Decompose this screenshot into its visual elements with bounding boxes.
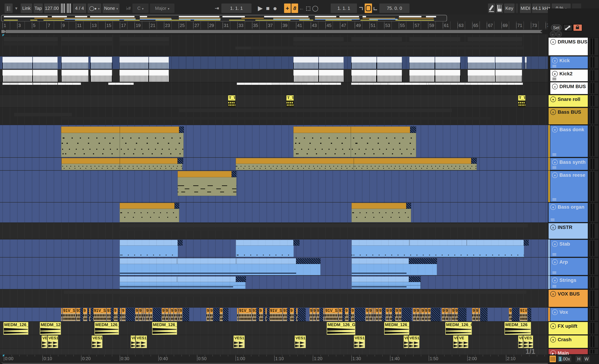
- clip-title-bar[interactable]: [120, 308, 121, 314]
- midi-clip[interactable]: [468, 57, 495, 69]
- audio-clip[interactable]: VES1 Cr: [354, 336, 365, 348]
- clip-title-bar[interactable]: [319, 70, 344, 76]
- unfold-icon[interactable]: ▾: [550, 97, 556, 102]
- audio-clip[interactable]: MEDM_126_G: [384, 322, 409, 335]
- audio-clip[interactable]: 99: [146, 308, 149, 321]
- audio-clip[interactable]: MEDM_126_G: [152, 322, 177, 335]
- audio-clip[interactable]: 9: [389, 308, 392, 321]
- clip-title-bar[interactable]: [236, 158, 354, 164]
- clip-title-bar[interactable]: 99: [424, 308, 427, 314]
- clip-title-bar[interactable]: [120, 276, 236, 282]
- audio-clip[interactable]: 91: [107, 308, 111, 321]
- clip-title-bar[interactable]: [90, 70, 112, 76]
- unfold-icon[interactable]: ▾: [552, 309, 558, 315]
- midi-clip[interactable]: [319, 57, 344, 69]
- audio-clip[interactable]: VES1 Cr: [48, 336, 58, 348]
- clip-title-bar[interactable]: VE: [404, 336, 408, 341]
- audio-clip[interactable]: [296, 308, 298, 321]
- clip-title-bar[interactable]: 91: [107, 308, 111, 314]
- audio-clip[interactable]: 99: [395, 308, 398, 321]
- mini-clip[interactable]: [2, 83, 18, 85]
- clip-notes[interactable]: [120, 245, 178, 257]
- clip-title-bar[interactable]: 91V_SL: [270, 308, 282, 314]
- audio-clip[interactable]: 9: [351, 308, 354, 321]
- lane-instr-content[interactable]: [0, 223, 548, 239]
- clip-title-bar[interactable]: [495, 70, 522, 76]
- clip-title-bar[interactable]: VE: [458, 336, 468, 341]
- track-header-bass-bus[interactable]: ≡Bass BUS: [548, 107, 588, 125]
- audio-clip[interactable]: 9: [421, 308, 424, 321]
- lane-vox[interactable]: 91V_SL91991V_SL9199999991999999999991V_S…: [0, 308, 548, 321]
- audio-clip[interactable]: 91: [338, 308, 343, 321]
- track-name[interactable]: Vox: [559, 309, 568, 315]
- audio-clip[interactable]: 99: [174, 308, 177, 321]
- clip-title-bar[interactable]: [409, 57, 435, 63]
- track-header-bass-donk[interactable]: ▾Bass donk: [550, 125, 588, 157]
- audio-clip[interactable]: VES1 Cr: [136, 336, 147, 348]
- track-menu-icon[interactable]: [552, 198, 556, 201]
- track-menu-icon[interactable]: [552, 253, 556, 256]
- audio-clip[interactable]: 99: [451, 308, 455, 321]
- track-name[interactable]: Bass reese: [559, 172, 585, 178]
- audio-clip[interactable]: 91V: [520, 308, 527, 321]
- track-header-strings[interactable]: ▾Strings: [550, 276, 588, 289]
- audio-clip[interactable]: 9: [386, 308, 389, 321]
- track-name[interactable]: DRUMS BUS: [558, 39, 587, 45]
- track-header-main[interactable]: ▶Main: [548, 349, 588, 355]
- clip-title-bar[interactable]: 91V_SL: [239, 308, 252, 314]
- audio-clip[interactable]: T_T: [518, 95, 525, 107]
- clip-title-bar[interactable]: [468, 70, 495, 76]
- height-zoom-button[interactable]: H: [575, 355, 582, 362]
- track-header-fx-uplift[interactable]: ▾FX uplift: [548, 322, 588, 335]
- lane-drums-bus-content[interactable]: [0, 34, 548, 56]
- track-name[interactable]: INSTR: [558, 225, 572, 230]
- audio-clip[interactable]: VE: [453, 336, 458, 348]
- clip-title-bar[interactable]: [62, 57, 88, 63]
- lane-bass-donk[interactable]: [0, 125, 548, 157]
- track-header-arp[interactable]: ▾Arp: [550, 257, 588, 275]
- time-label[interactable]: 0:40: [158, 356, 168, 361]
- track-name[interactable]: Crash: [558, 337, 572, 342]
- clip-title-bar[interactable]: 9: [309, 308, 312, 314]
- clip-title-bar[interactable]: MEDM_126_G: [327, 322, 355, 328]
- clip-title-bar[interactable]: VES: [523, 336, 533, 341]
- clip-title-bar[interactable]: 9: [313, 308, 316, 314]
- time-label[interactable]: 1:10: [274, 356, 284, 361]
- clip-title-bar[interactable]: [90, 57, 112, 63]
- mini-clip[interactable]: [33, 83, 57, 85]
- group-icon[interactable]: ≡: [552, 84, 558, 89]
- clip-title-bar[interactable]: 9: [379, 308, 382, 314]
- track-header-stab[interactable]: ▾Stab: [550, 240, 588, 257]
- lane-vox-bus-content[interactable]: [0, 289, 548, 307]
- zoom-level-display[interactable]: 1.00x: [557, 355, 571, 362]
- lane-crash[interactable]: VESVES1 CrVES1 CrVEVES1 CrVES1 CrVES1 Cr…: [0, 335, 548, 348]
- unfold-icon[interactable]: ▾: [552, 277, 558, 283]
- mini-clip[interactable]: [428, 83, 470, 85]
- track-menu-icon[interactable]: [552, 166, 556, 169]
- clip-title-bar[interactable]: MEDM_126: [40, 322, 61, 328]
- time-label[interactable]: 1:20: [313, 356, 322, 361]
- clip-title-bar[interactable]: 9: [389, 308, 392, 314]
- clip-title-bar[interactable]: 9: [475, 308, 478, 314]
- clip-title-bar[interactable]: 99: [146, 308, 149, 314]
- clip-title-bar[interactable]: 9: [210, 308, 213, 314]
- time-label[interactable]: 0:00: [4, 356, 13, 361]
- clip-title-bar[interactable]: [351, 126, 410, 133]
- time-label[interactable]: 2:10: [506, 356, 516, 361]
- clip-title-bar[interactable]: 9: [139, 308, 142, 314]
- track-name[interactable]: Kick2: [559, 71, 573, 77]
- clip-title-bar[interactable]: [420, 308, 421, 314]
- lane-bass-synth[interactable]: [0, 158, 548, 170]
- mini-clip[interactable]: [108, 83, 134, 85]
- clip-notes[interactable]: [351, 133, 416, 157]
- audio-clip[interactable]: 91: [252, 308, 256, 321]
- audio-clip[interactable]: T_T: [228, 95, 235, 107]
- unfold-icon[interactable]: ▾: [552, 58, 558, 63]
- track-name[interactable]: DRUM BUS: [559, 84, 586, 89]
- audio-clip[interactable]: [372, 308, 373, 321]
- clip-title-bar[interactable]: 9: [366, 308, 369, 314]
- clip-title-bar[interactable]: VES1 Cr: [409, 336, 420, 341]
- clip-title-bar[interactable]: 9: [428, 308, 431, 314]
- audio-clip[interactable]: [237, 308, 238, 321]
- clip-title-bar[interactable]: 91V_SL: [325, 308, 338, 314]
